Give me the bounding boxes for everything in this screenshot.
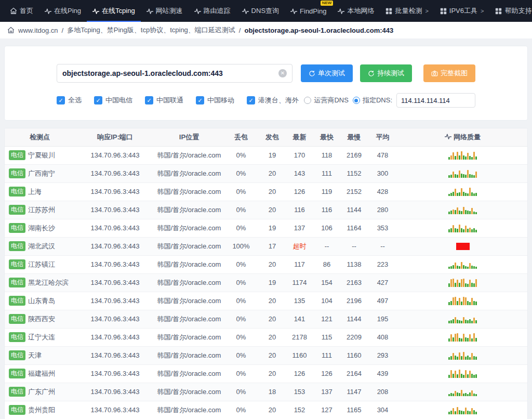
test-panel: ✕ 单次测试 持续测试 完整截图 ✓全选✓中国电信✓中国联通✓中国移动✓港澳台、… [4, 46, 528, 121]
custom-dns-radio[interactable]: 指定DNS: [353, 96, 392, 105]
column-header-label: 检测点 [30, 133, 50, 142]
table-header-row: 检测点响应IP:端口IP位置丢包发包最新最快最慢平均网络质量 [5, 128, 528, 146]
checkbox-icon[interactable]: ✓ [57, 96, 65, 104]
cell-loss: 0% [223, 201, 259, 219]
cell-location: 韩国/首尔/oracle.com [155, 383, 223, 401]
checkbox-label: 中国移动 [207, 96, 234, 105]
cell-latest: 126 [285, 182, 314, 201]
breadcrumb-site[interactable]: www.itdog.cn [18, 27, 58, 34]
checkbox-icon[interactable]: ✓ [247, 96, 255, 104]
continuous-test-button[interactable]: 持续测试 [360, 64, 412, 82]
cell-ip: 134.70.96.3:443 [75, 164, 155, 182]
checkbox-icon[interactable]: ✓ [94, 96, 102, 104]
breadcrumb: www.itdog.cn / 多地Tcping、禁Ping版、tcp协议、tcp… [0, 22, 532, 38]
nav-item-5[interactable]: DNS查询 [236, 0, 285, 22]
nav-item-0[interactable]: 首页 [4, 0, 39, 22]
nav-item-9[interactable]: IPV6工具> [434, 0, 490, 22]
column-header-label: 平均 [376, 133, 390, 142]
cell-slowest: 1147 [340, 383, 368, 401]
chevron-right-icon: > [481, 8, 484, 14]
cell-sent: 20 [259, 182, 285, 201]
cell-avg: 280 [368, 201, 397, 219]
refresh-icon [309, 70, 315, 77]
carrier-badge: 电信 [9, 350, 25, 360]
cell-fastest: -- [314, 237, 340, 255]
checkbox-item-4[interactable]: ✓港澳台、海外 [247, 96, 299, 105]
cell-quality [397, 146, 528, 164]
timeout-block [456, 243, 470, 250]
table-row: 电信广西南宁134.70.96.3:443韩国/首尔/oracle.com0%2… [5, 164, 528, 182]
nav-item-label: 批量检测 [395, 6, 422, 16]
cell-location: 韩国/首尔/oracle.com [155, 201, 223, 219]
cell-loss: 0% [223, 219, 259, 237]
cell-loss: 0% [223, 164, 259, 182]
nav-item-6[interactable]: FindPingNEW [285, 0, 332, 22]
checkbox-icon[interactable]: ✓ [196, 96, 204, 104]
node-name: 上海 [28, 188, 42, 195]
carrier-dns-radio[interactable]: 运营商DNS [304, 96, 348, 105]
cell-loss: 100% [223, 237, 259, 255]
nav-item-8[interactable]: 批量检测> [380, 0, 434, 22]
nav-item-label: 帮助支持 [504, 6, 531, 16]
cell-ip: 134.70.96.3:443 [75, 383, 155, 401]
cell-ip: 134.70.96.3:443 [75, 201, 155, 219]
radio-icon[interactable] [353, 97, 360, 104]
cell-avg: 223 [368, 255, 397, 273]
cell-location: 韩国/首尔/oracle.com [155, 364, 223, 383]
nav-item-label: 在线Tcping [102, 6, 135, 16]
checkbox-item-3[interactable]: ✓中国移动 [196, 96, 234, 105]
full-screenshot-button[interactable]: 完整截图 [423, 64, 475, 82]
table-row: 电信湖北武汉134.70.96.3:443韩国/首尔/oracle.com100… [5, 237, 528, 255]
quality-sparkline [448, 315, 477, 323]
radio-icon[interactable] [304, 97, 311, 104]
cell-slowest: 1144 [340, 201, 368, 219]
nav-item-label: 本地网络 [347, 6, 374, 16]
cell-node: 电信江苏苏州 [5, 201, 75, 219]
cell-slowest: 2163 [340, 273, 368, 292]
cell-latest: 超时 [285, 237, 314, 255]
cell-sent: 19 [259, 146, 285, 164]
cell-ip: 134.70.96.3:443 [75, 273, 155, 292]
camera-icon [431, 70, 438, 77]
quality-sparkline [448, 406, 477, 414]
nav-item-10[interactable]: 帮助支持> [489, 0, 532, 22]
cell-ip: 134.70.96.3:443 [75, 237, 155, 255]
column-header-2: IP位置 [155, 128, 223, 146]
nav-item-7[interactable]: 本地网络 [332, 0, 380, 22]
cell-quality [397, 328, 528, 346]
single-test-button[interactable]: 单次测试 [301, 64, 353, 82]
checkbox-icon[interactable]: ✓ [145, 96, 153, 104]
cell-latest: 1174 [285, 273, 314, 292]
nav-item-1[interactable]: 在线Ping [39, 0, 87, 22]
table-row: 电信辽宁大连134.70.96.3:443韩国/首尔/oracle.com0%2… [5, 328, 528, 346]
cell-ip: 134.70.96.3:443 [75, 255, 155, 273]
clear-icon[interactable]: ✕ [278, 69, 287, 77]
cell-node: 电信宁夏银川 [5, 146, 75, 164]
checkbox-item-1[interactable]: ✓中国电信 [94, 96, 132, 105]
column-header-0: 检测点 [5, 128, 75, 146]
cell-fastest: 126 [314, 364, 340, 383]
column-header-6: 最快 [314, 128, 340, 146]
checkbox-item-0[interactable]: ✓全选 [57, 96, 82, 105]
home-icon [10, 7, 17, 15]
checkbox-item-2[interactable]: ✓中国联通 [145, 96, 183, 105]
cell-avg: 208 [368, 383, 397, 401]
column-header-8: 平均 [368, 128, 397, 146]
cell-loss: 0% [223, 292, 259, 310]
nav-item-3[interactable]: 网站测速 [141, 0, 189, 22]
cell-avg: 300 [368, 164, 397, 182]
carrier-badge: 电信 [9, 332, 25, 342]
column-header-label: 最快 [320, 133, 334, 142]
carrier-dns-label: 运营商DNS [314, 96, 348, 105]
nav-item-2[interactable]: 在线Tcping [87, 0, 141, 22]
table-row: 电信陕西西安134.70.96.3:443韩国/首尔/oracle.com0%2… [5, 310, 528, 328]
quality-sparkline [448, 333, 477, 342]
cell-fastest: 118 [314, 146, 340, 164]
dns-input[interactable] [396, 93, 475, 108]
nav-item-4[interactable]: 路由追踪 [189, 0, 236, 22]
cell-avg: 195 [368, 310, 397, 328]
cell-fastest: 106 [314, 219, 340, 237]
target-input[interactable] [62, 69, 278, 77]
cell-slowest: 2169 [340, 146, 368, 164]
checkbox-label: 中国联通 [156, 96, 183, 105]
